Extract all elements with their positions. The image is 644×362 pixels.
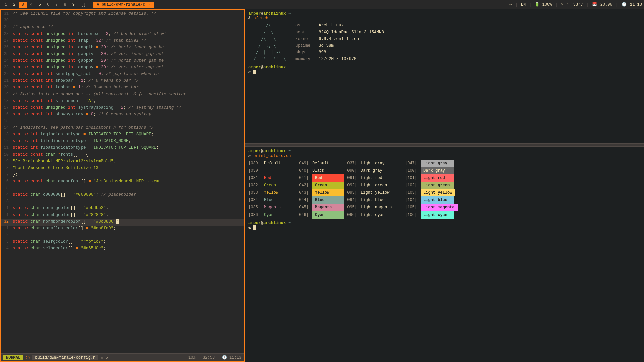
code-line: 27 static const unsigned int snap = 32; … (1, 38, 244, 45)
pfetch-output: /\ / \ /\ \ / ,, \ / | | -\ /_-'' ''-_\ … (248, 22, 641, 62)
code-line: 3 (1, 199, 244, 206)
right-panel: amper@archlinux ~ & pfetch /\ / \ /\ \ /… (245, 9, 644, 362)
colors-table: |039| Default |049| Default |037| Light … (248, 160, 641, 219)
code-line: 18 static const int statusmon = 'A'; (1, 99, 244, 105)
file-type-icon: ⬡ (26, 355, 30, 360)
color-row: |031| Red |041| Red |091| Light red |101… (248, 174, 641, 182)
terminal-prompt-1: amper@archlinux ~ & pfetch (248, 11, 641, 21)
code-line: 10 static const char *fonts[] = { (1, 152, 244, 159)
code-editor: 31 /* See LICENSE file for copyright and… (0, 9, 245, 362)
code-line: 29 /* appearance */ (1, 25, 244, 32)
code-line: 13 static int tagindicatortype = INDICAT… (1, 132, 244, 139)
code-line: 7 }; (1, 172, 244, 179)
time-display: 11:13 (630, 2, 642, 7)
main-layout: 31 /* See LICENSE file for copyright and… (0, 9, 644, 362)
code-line: 28 static const unsigned int borderpx = … (1, 32, 244, 38)
tag-2[interactable]: 2 (10, 2, 18, 8)
tag-3[interactable]: 3 (19, 2, 26, 8)
topbar: 1 2 3 4 5 6 7 8 9 []= v build/dwm-finale… (0, 0, 644, 9)
color-row: |034| Blue |044| Blue |094| Light blue |… (248, 196, 641, 204)
code-line: 9 "JetBrainsMonoNL NFP:size=13:style=Bol… (1, 159, 244, 166)
pfetch-sysinfo: osArch Linux host82XQ IdeaPad Slim 3 15A… (295, 22, 384, 62)
code-line: 15 (1, 119, 244, 125)
editor-statusbar: NORMAL ⬡ build/dwm-finale/config.h ⚠ 5 1… (1, 353, 244, 361)
tilde-indicator: ~ (509, 2, 512, 7)
pfetch-ascii-art: /\ / \ /\ \ / ,, \ / | | -\ /_-'' ''-_\ (248, 22, 288, 62)
tag-5[interactable]: 5 (36, 2, 44, 8)
code-line: 24 static const unsigned int gappoh = 20… (1, 58, 244, 65)
tag-8[interactable]: 8 (61, 2, 69, 8)
tag-9[interactable]: 9 (70, 2, 77, 8)
code-line: 14 /* Indicators: see patch/bar_indicato… (1, 125, 244, 132)
code-line: 30 (1, 18, 244, 25)
code-line: 1 static char normbgcolor[] = "#282828"; (1, 213, 244, 219)
vim-mode-badge: NORMAL (3, 355, 23, 360)
lang-indicator: EN (521, 2, 526, 7)
code-line: 16 static const int showsystray = 0; /* … (1, 112, 244, 119)
color-row: |033| Yellow |043| Yellow |093| Light ye… (248, 189, 641, 196)
code-line: 11 static int floatindicatortype = INDIC… (1, 145, 244, 152)
code-line: 17 static const unsigned int systrayspac… (1, 105, 244, 112)
current-code-line: 32 static char normbordercolor[] = "#3c3… (1, 219, 244, 226)
code-line: 4 static char c000000[] = "#000000"; // … (1, 192, 244, 199)
tag-4[interactable]: 4 (28, 2, 35, 8)
terminal-colors[interactable]: amper@archlinux ~ & print_colors.sh |039… (245, 147, 644, 231)
layout-indicator: []= (78, 2, 91, 8)
date-display: 20.06 (600, 2, 612, 7)
editor-position: 10% 32:53 🕐 11:13 (188, 355, 241, 360)
code-line: 3 static char selfgcolor[] = "#fbf1c7"; (1, 239, 244, 246)
tag-1[interactable]: 1 (2, 2, 10, 8)
terminal-prompt-4: amper@archlinux ~ & (248, 221, 641, 230)
color-row: |030| |040| Black |090| Dark gray |100| … (248, 167, 641, 174)
error-count: ⚠ 5 (101, 355, 108, 360)
calendar-icon: 📅 (592, 2, 597, 7)
code-line: 1 static char normfgcolor[] = "#ebdbb2"; (1, 206, 244, 213)
code-line: 31 /* See LICENSE file for copyright and… (1, 11, 244, 18)
color-row: |032| Green |042| Green |092| Light gree… (248, 182, 641, 189)
terminal-prompt-2: amper@archlinux ~ & (248, 65, 641, 74)
terminal-prompt-3: amper@archlinux ~ & print_colors.sh (248, 149, 641, 158)
code-line: 12 static int tiledindicatortype = INDIC… (1, 139, 244, 145)
code-line: 20 static const int topbar = 1; /* 0 mea… (1, 85, 244, 92)
terminal-pfetch[interactable]: amper@archlinux ~ & pfetch /\ / \ /\ \ /… (245, 9, 644, 143)
code-line: 21 static const int showbar = 1; /* 0 me… (1, 78, 244, 85)
code-line: 19 /* Status is to be shown on: -1 (all … (1, 92, 244, 99)
battery-indicator: 🔋 100% (535, 2, 552, 7)
window-title: v build/dwm-finale/c ~ (93, 2, 154, 8)
temp-indicator: ☀ ° +33°C (561, 2, 583, 7)
color-row: |036| Cyan |046| Cyan |096| Light cyan |… (248, 211, 641, 219)
clock-icon: 🕐 (622, 2, 627, 7)
code-line: 25 static const unsigned int gappiv = 20… (1, 52, 244, 58)
code-content-area[interactable]: 31 /* See LICENSE file for copyright and… (1, 10, 244, 353)
color-row: |039| Default |049| Default |037| Light … (248, 160, 641, 167)
editor-filename: build/dwm-finale/config.h (32, 355, 98, 360)
code-line: 2 (1, 233, 244, 239)
topbar-right: ~ | EN | 🔋 100% | ☀ ° +33°C | 📅 20.06 | … (509, 2, 642, 7)
code-line: 5 (1, 186, 244, 192)
pane-divider (245, 143, 644, 147)
code-line: 6 static const char dmenufont[] = "JetBr… (1, 179, 244, 186)
code-line: 4 static char selbgcolor[] = "#d65d0e"; (1, 246, 244, 253)
code-line: 26 static const unsigned int gappih = 20… (1, 45, 244, 52)
code-line: 23 static const unsigned int gappov = 20… (1, 65, 244, 72)
color-row: |035| Magenta |045| Magenta |095| Light … (248, 204, 641, 211)
code-line: 22 static const int smartgaps_fact = 0; … (1, 72, 244, 78)
tag-7[interactable]: 7 (53, 2, 60, 8)
code-line: 1 static char normfloatcolor[] = "#db8fd… (1, 226, 244, 233)
code-line: 8 "Font Awesome 6 Free Solid:size=13" (1, 166, 244, 172)
tag-6[interactable]: 6 (44, 2, 52, 8)
